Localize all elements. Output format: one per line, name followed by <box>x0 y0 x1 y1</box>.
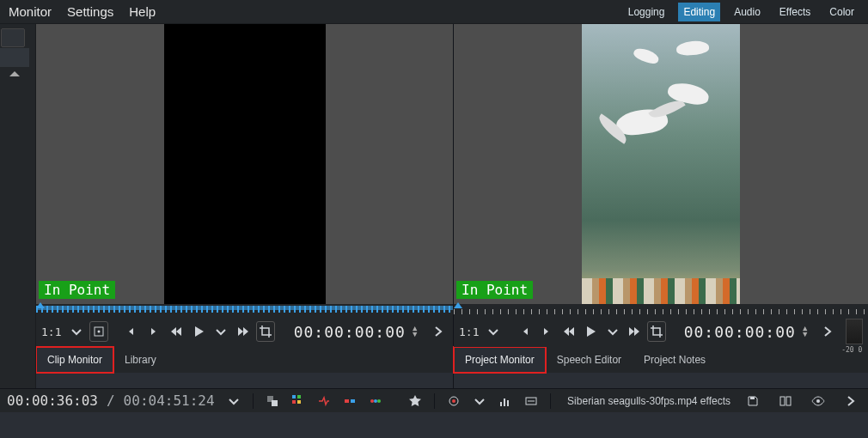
svg-rect-12 <box>504 398 505 406</box>
separator <box>253 393 254 409</box>
svg-rect-13 <box>507 400 509 406</box>
tab-project-monitor[interactable]: Project Monitor <box>454 347 546 373</box>
project-play-dropdown[interactable] <box>603 321 621 342</box>
timeline-toolbar: 00:00:36:03 / 00:04:51:24 Siberian seagu… <box>0 388 868 412</box>
visibility-button[interactable] <box>808 391 828 411</box>
separator <box>550 393 551 409</box>
clip-play-button[interactable] <box>189 321 208 342</box>
timeline-tools-group <box>262 391 425 411</box>
clip-monitor-panel: In Point 1:1 00:00:00:00 ▲▼ Clip Monitor… <box>36 24 454 388</box>
project-monitor-ruler[interactable] <box>454 304 868 316</box>
svg-rect-18 <box>786 397 791 405</box>
project-rewind-button[interactable] <box>559 321 578 342</box>
clip-set-out-button[interactable] <box>144 321 162 342</box>
workspace-tabs: Logging Editing Audio Effects Color <box>623 3 859 21</box>
svg-rect-3 <box>272 400 278 406</box>
gull-icon <box>675 40 709 56</box>
split-view-button[interactable] <box>775 391 796 411</box>
clip-forward-button[interactable] <box>234 321 253 342</box>
svg-point-8 <box>377 399 381 403</box>
audio-levels-button[interactable] <box>495 391 516 411</box>
project-set-out-button[interactable] <box>538 321 556 342</box>
menu-settings[interactable]: Settings <box>67 4 113 19</box>
svg-rect-17 <box>780 397 785 405</box>
sidebar-slot[interactable] <box>1 28 25 47</box>
clip-crop-button[interactable] <box>256 321 275 342</box>
project-set-in-button[interactable] <box>516 321 534 342</box>
workspace-audio[interactable]: Audio <box>729 3 766 21</box>
clip-frame <box>164 24 326 304</box>
track-compositing-button[interactable] <box>262 391 283 411</box>
workspace-color[interactable]: Color <box>824 3 859 21</box>
clip-set-in-button[interactable] <box>121 321 140 342</box>
clip-monitor-transport: 1:1 00:00:00:00 ▲▼ <box>36 316 453 347</box>
status-more-button[interactable] <box>840 391 861 411</box>
insert-mode-button[interactable] <box>314 391 334 411</box>
menu-help[interactable]: Help <box>129 4 156 19</box>
timeline-position[interactable]: 00:00:36:03 <box>7 392 98 409</box>
tab-project-notes[interactable]: Project Notes <box>633 347 717 373</box>
sidebar-slot-2[interactable] <box>0 48 29 67</box>
save-effect-button[interactable] <box>743 391 763 411</box>
clip-timecode[interactable]: 00:00:00:00 <box>294 323 406 341</box>
record-button[interactable] <box>443 391 464 411</box>
tab-speech-editor[interactable]: Speech Editor <box>546 347 633 373</box>
project-play-button[interactable] <box>582 321 600 342</box>
svg-point-7 <box>374 399 377 403</box>
record-dropdown[interactable] <box>469 391 490 411</box>
svg-point-10 <box>452 399 455 403</box>
svg-point-19 <box>816 399 820 403</box>
menubar: Monitor Settings Help Logging Editing Au… <box>0 0 868 24</box>
workspace-effects[interactable]: Effects <box>774 3 816 21</box>
project-in-point-badge: In Point <box>456 281 533 299</box>
subtitle-button[interactable] <box>521 391 541 411</box>
project-monitor-viewer[interactable]: In Point <box>454 24 868 304</box>
menubar-left: Monitor Settings Help <box>9 4 156 19</box>
collapse-up-icon[interactable] <box>9 71 20 76</box>
clip-play-dropdown[interactable] <box>211 321 230 342</box>
right-panel-tabs: Project Monitor Speech Editor Project No… <box>454 347 868 373</box>
tab-clip-monitor[interactable]: Clip Monitor <box>36 347 113 373</box>
project-zoom-dropdown[interactable] <box>484 321 502 342</box>
mix-mode-button[interactable] <box>288 391 309 411</box>
project-more-button[interactable] <box>819 321 837 342</box>
svg-rect-16 <box>750 397 755 399</box>
separator <box>434 393 435 409</box>
clip-zoom-dropdown[interactable] <box>66 321 85 342</box>
clip-monitor-viewer[interactable]: In Point <box>36 24 453 304</box>
project-timecode-spinner[interactable]: ▲▼ <box>803 325 807 338</box>
workspace-logging[interactable]: Logging <box>623 3 670 21</box>
workspace-editing[interactable]: Editing <box>678 3 720 21</box>
clip-rewind-button[interactable] <box>167 321 186 342</box>
timeline-tags-button[interactable] <box>365 391 386 411</box>
clip-safe-zone-button[interactable] <box>89 321 108 342</box>
project-monitor-transport: 1:1 00:00:00:00 ▲▼ <box>454 316 868 347</box>
status-right: Siberian seagulls-30fps.mp4 effects <box>567 391 861 411</box>
clip-timecode-spinner[interactable]: ▲▼ <box>413 325 417 338</box>
svg-rect-5 <box>351 399 355 403</box>
svg-rect-11 <box>500 402 502 406</box>
svg-point-6 <box>370 399 374 403</box>
clip-playhead-icon[interactable] <box>36 302 45 308</box>
clip-monitor-ruler[interactable] <box>36 304 453 316</box>
overwrite-mode-button[interactable] <box>339 391 360 411</box>
project-zoom-label: 1:1 <box>459 325 479 338</box>
timeline-duration: 00:04:51:24 <box>124 392 215 409</box>
tab-library[interactable]: Library <box>113 347 168 373</box>
clip-zoom-label: 1:1 <box>41 325 61 338</box>
audio-meter[interactable] <box>846 319 863 344</box>
project-forward-button[interactable] <box>626 321 644 342</box>
boat-edge <box>582 278 740 304</box>
project-monitor-panel: In Point 1:1 00:00:00:00 ▲▼ Project Moni… <box>454 24 868 388</box>
menu-monitor[interactable]: Monitor <box>9 4 52 19</box>
effect-stack-label[interactable]: Siberian seagulls-30fps.mp4 effects <box>567 395 730 407</box>
timeline-sep: / <box>107 392 115 409</box>
project-timecode[interactable]: 00:00:00:00 <box>684 323 796 341</box>
project-playhead-icon[interactable] <box>454 302 462 308</box>
project-crop-button[interactable] <box>647 321 666 342</box>
favorite-button[interactable] <box>405 391 425 411</box>
clip-more-button[interactable] <box>429 321 448 342</box>
svg-point-1 <box>97 331 100 333</box>
clip-in-point-badge: In Point <box>39 281 115 299</box>
timeline-duration-dropdown[interactable] <box>223 391 244 411</box>
